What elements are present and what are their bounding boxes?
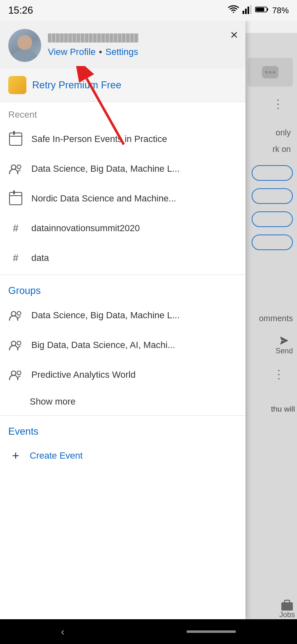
group-icon-g0 — [8, 308, 23, 323]
group-icon-1 — [8, 161, 23, 176]
svg-rect-8 — [245, 9, 247, 14]
svg-rect-7 — [243, 11, 244, 14]
group-icon-g1 — [8, 338, 23, 353]
recent-list: Safe In-Person Events in Practice Data S… — [0, 124, 245, 273]
drawer: View Profile • Settings × Retry Premium … — [0, 21, 245, 619]
hash-icon-3: # — [8, 221, 23, 236]
battery-percent: 78% — [272, 6, 289, 15]
back-button[interactable]: ‹ — [61, 625, 65, 638]
premium-label: Retry Premium Free — [32, 79, 121, 91]
divider-events — [0, 415, 245, 416]
settings-link[interactable]: Settings — [105, 47, 138, 57]
signal-icon — [243, 5, 252, 16]
recent-item-label-2: Nordic Data Science and Machine... — [31, 193, 176, 204]
view-profile-link[interactable]: View Profile — [48, 47, 96, 57]
list-item[interactable]: # datainnovationsummit2020 — [0, 213, 245, 243]
svg-point-17 — [17, 312, 21, 315]
status-icons: 78% — [228, 5, 289, 16]
bg-btn-2 — [252, 188, 293, 204]
recent-item-label-4: data — [31, 253, 49, 263]
list-item[interactable]: Data Science, Big Data, Machine L... — [0, 301, 245, 330]
group-item-label-0: Data Science, Big Data, Machine L... — [31, 310, 180, 321]
bg-buttons — [252, 165, 293, 250]
status-time: 15:26 — [8, 5, 33, 16]
create-event-button[interactable]: + Create Event — [0, 441, 245, 470]
bg-send: Send — [276, 334, 293, 355]
list-item[interactable]: # data — [0, 243, 245, 273]
list-item[interactable]: Safe In-Person Events in Practice — [0, 124, 245, 154]
bg-dots-bottom: ⋮ — [273, 367, 285, 381]
event-icon-0 — [8, 132, 23, 147]
profile-info: View Profile • Settings — [41, 33, 237, 57]
bg-messenger-icon — [248, 58, 293, 87]
bg-btn-3 — [252, 211, 293, 227]
svg-point-20 — [12, 371, 16, 376]
bg-btn-4 — [252, 234, 293, 250]
status-bar: 15:26 78% — [0, 0, 297, 21]
home-indicator[interactable] — [186, 630, 236, 633]
svg-rect-13 — [256, 7, 264, 11]
calendar-icon — [9, 133, 22, 146]
bg-jobs: Jobs — [279, 598, 295, 619]
list-item[interactable]: Big Data, Data Science, AI, Machi... — [0, 330, 245, 360]
plus-icon: + — [8, 449, 23, 463]
svg-rect-10 — [250, 5, 252, 14]
recent-item-label-0: Safe In-Person Events in Practice — [31, 134, 167, 144]
avatar-face — [17, 35, 32, 50]
svg-rect-6 — [285, 600, 290, 604]
svg-point-3 — [273, 71, 275, 73]
svg-point-18 — [12, 341, 16, 346]
svg-point-19 — [17, 341, 21, 345]
profile-links: View Profile • Settings — [48, 47, 237, 57]
svg-point-1 — [265, 71, 268, 73]
bg-comments-text: omments — [259, 314, 293, 323]
show-more-button[interactable]: Show more — [0, 390, 245, 414]
bg-right-panel: ⋮ only rk on omments Send ⋮ thu will Job… — [243, 33, 297, 644]
hashtag-icon: # — [13, 223, 18, 233]
svg-marker-4 — [280, 336, 288, 345]
recent-section-header: Recent — [0, 102, 245, 124]
dot-separator: • — [99, 47, 102, 57]
hashtag-icon: # — [13, 253, 18, 263]
group-icon-g2 — [8, 367, 23, 382]
premium-banner[interactable]: Retry Premium Free — [0, 69, 245, 102]
premium-icon — [8, 76, 26, 94]
bg-btn-1 — [252, 165, 293, 181]
create-event-label: Create Event — [30, 450, 82, 461]
groups-list: Data Science, Big Data, Machine L... Big… — [0, 301, 245, 390]
svg-point-16 — [12, 312, 16, 316]
event-icon-2 — [8, 191, 23, 206]
close-button[interactable]: × — [230, 28, 238, 41]
bg-dots-menu: ⋮ — [272, 97, 285, 111]
battery-icon — [255, 6, 269, 15]
bg-rk-on-text: rk on — [273, 144, 291, 154]
svg-rect-9 — [248, 7, 249, 14]
svg-rect-12 — [267, 8, 268, 11]
calendar-icon — [9, 192, 22, 205]
group-item-label-1: Big Data, Data Science, AI, Machi... — [31, 340, 175, 350]
nav-bottom-bar: ‹ — [0, 619, 297, 644]
list-item[interactable]: Data Science, Big Data, Machine L... — [0, 154, 245, 184]
hash-icon-4: # — [8, 251, 23, 265]
events-section-header: Events — [0, 417, 245, 441]
wifi-icon — [228, 5, 239, 16]
svg-point-21 — [17, 371, 21, 375]
bg-thu-will-text: thu will — [271, 405, 295, 414]
svg-point-14 — [12, 165, 16, 170]
profile-name — [48, 33, 139, 43]
recent-item-label-1: Data Science, Big Data, Machine L... — [31, 163, 180, 174]
group-item-label-2: Predictive Analytics World — [31, 369, 136, 380]
svg-point-2 — [269, 71, 271, 73]
avatar — [8, 29, 41, 62]
list-item[interactable]: Nordic Data Science and Machine... — [0, 184, 245, 213]
profile-header: View Profile • Settings × — [0, 21, 245, 69]
divider-groups — [0, 275, 245, 275]
avatar-image — [8, 29, 41, 62]
list-item[interactable]: Predictive Analytics World — [0, 360, 245, 390]
avatar-body — [12, 50, 37, 62]
bg-only-text: only — [276, 128, 291, 137]
groups-section-header: Groups — [0, 277, 245, 301]
recent-item-label-3: datainnovationsummit2020 — [31, 223, 140, 234]
svg-point-15 — [17, 165, 21, 169]
